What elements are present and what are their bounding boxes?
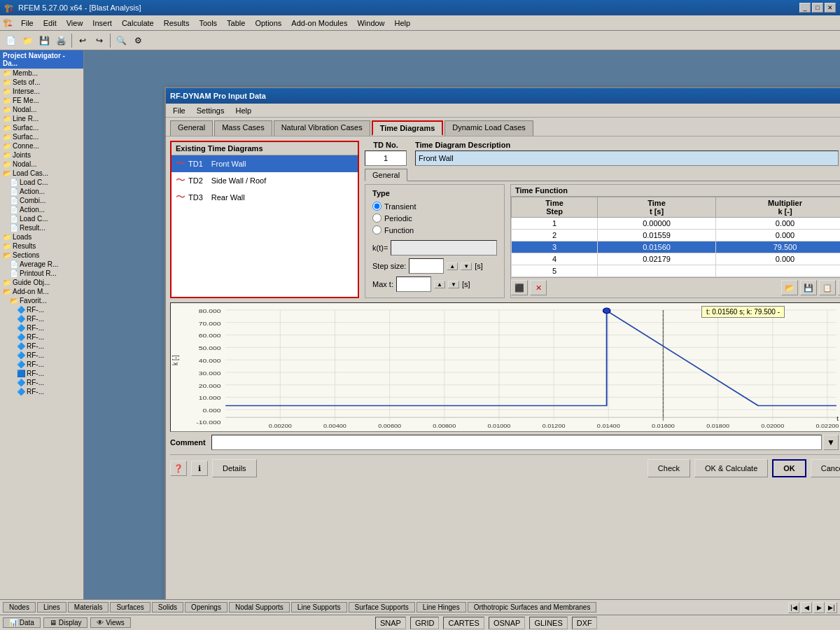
comment-input[interactable] xyxy=(211,435,822,450)
tab-dynamic-load-cases[interactable]: Dynamic Load Cases xyxy=(444,120,533,136)
nav-item-loadcases[interactable]: 📂Load Cas... xyxy=(0,169,83,178)
undo-button[interactable]: ↩ xyxy=(75,33,90,48)
menu-view[interactable]: View xyxy=(62,18,88,29)
cancel-button[interactable]: Cancel xyxy=(811,459,840,477)
type-function-radio[interactable] xyxy=(372,225,382,234)
nav-item-results[interactable]: 📁Results xyxy=(0,241,83,251)
status-snap[interactable]: SNAP xyxy=(375,617,406,629)
menu-calculate[interactable]: Calculate xyxy=(118,18,158,29)
bottom-tab-orthotropic[interactable]: Orthotropic Surfaces and Membranes xyxy=(468,602,597,612)
status-osnap[interactable]: OSNAP xyxy=(489,617,526,629)
bottom-nav-prev[interactable]: ◀ xyxy=(801,602,812,613)
redo-button[interactable]: ↪ xyxy=(92,33,107,48)
dialog-menu-file[interactable]: File xyxy=(169,106,190,115)
bottom-nav-next[interactable]: ▶ xyxy=(813,602,825,613)
nav-item-rf2[interactable]: 🔷RF-... xyxy=(0,314,83,323)
close-button[interactable]: ✕ xyxy=(825,3,836,13)
bottom-tab-nodal-supports[interactable]: Nodal Supports xyxy=(229,602,290,612)
type-transient-radio[interactable] xyxy=(372,202,382,211)
new-button[interactable]: 📄 xyxy=(3,33,18,48)
status-grid[interactable]: GRID xyxy=(410,617,440,629)
nav-item-rf8[interactable]: 🟦RF-... xyxy=(0,369,83,378)
bottom-tab-lines[interactable]: Lines xyxy=(37,602,66,612)
tf-import-button[interactable]: 📂 xyxy=(781,280,798,295)
nav-item-action2[interactable]: 📄Action... xyxy=(0,205,83,214)
general-sub-tab[interactable]: General xyxy=(365,169,407,181)
nav-item-liner[interactable]: 📁Line R... xyxy=(0,114,83,123)
nav-item-combi[interactable]: 📄Combi... xyxy=(0,196,83,205)
minimize-button[interactable]: _ xyxy=(799,3,811,13)
step-size-down[interactable]: ▼ xyxy=(461,262,472,270)
bottom-tab-surface-supports[interactable]: Surface Supports xyxy=(349,602,415,612)
menu-file[interactable]: File xyxy=(17,18,38,29)
dialog-menu-help[interactable]: Help xyxy=(231,106,255,115)
check-button[interactable]: Check xyxy=(648,459,690,477)
type-function-label[interactable]: Function xyxy=(372,225,497,234)
menu-options[interactable]: Options xyxy=(251,18,286,29)
step-size-up[interactable]: ▲ xyxy=(447,262,458,270)
nav-item-guide[interactable]: 📁Guide Obj... xyxy=(0,278,83,287)
max-t-up[interactable]: ▲ xyxy=(434,281,445,288)
nav-item-rf3[interactable]: 🔷RF-... xyxy=(0,323,83,332)
nav-item-feme[interactable]: 📁FE Me... xyxy=(0,96,83,105)
max-t-down[interactable]: ▼ xyxy=(448,281,459,288)
nav-item-sections[interactable]: 📂Sections xyxy=(0,251,83,260)
zoom-in-button[interactable]: 🔍 xyxy=(113,33,129,48)
nav-item-nodal[interactable]: 📁Nodal... xyxy=(0,105,83,114)
td-desc-input[interactable] xyxy=(415,150,839,166)
nav-item-printout[interactable]: 📄Printout R... xyxy=(0,269,83,278)
menu-window[interactable]: Window xyxy=(353,18,388,29)
tf-row-2[interactable]: 2 0.01559 0.000 xyxy=(512,230,841,241)
nav-item-surfac2[interactable]: 📁Surfac... xyxy=(0,132,83,141)
bottom-tab-nodes[interactable]: Nodes xyxy=(3,602,36,612)
nav-item-rf9[interactable]: 🔷RF-... xyxy=(0,378,83,387)
nav-tab-display[interactable]: 🖥 Display xyxy=(43,617,88,628)
tab-mass-cases[interactable]: Mass Cases xyxy=(214,120,272,136)
tab-natural-vibration[interactable]: Natural Vibration Cases xyxy=(274,120,370,136)
nav-item-nodal2[interactable]: 📁Nodal... xyxy=(0,160,83,169)
tf-export-button[interactable]: 💾 xyxy=(800,280,817,295)
menu-addon[interactable]: Add-on Modules xyxy=(287,18,351,29)
td-list-item-3[interactable]: 〜 TD3 Rear Wall xyxy=(172,189,358,206)
tf-row-4[interactable]: 4 0.02179 0.000 xyxy=(512,253,841,265)
nav-item-loadc[interactable]: 📄Load C... xyxy=(0,178,83,187)
nav-item-action1[interactable]: 📄Action... xyxy=(0,187,83,196)
title-controls[interactable]: _ □ ✕ xyxy=(799,3,836,13)
open-button[interactable]: 📁 xyxy=(20,33,35,48)
type-transient-label[interactable]: Transient xyxy=(372,202,497,211)
bottom-tab-surfaces[interactable]: Surfaces xyxy=(110,602,150,612)
print-button[interactable]: 🖨️ xyxy=(53,33,69,48)
tf-row-3[interactable]: 3 0.01560 79.500 xyxy=(512,241,841,253)
bottom-tab-openings[interactable]: Openings xyxy=(185,602,227,612)
footer-info-button[interactable]: ℹ xyxy=(191,461,208,476)
nav-item-surfac1[interactable]: 📁Surfac... xyxy=(0,123,83,132)
tab-time-diagrams[interactable]: Time Diagrams xyxy=(372,120,444,136)
nav-item-rf5[interactable]: 🔷RF-... xyxy=(0,342,83,351)
bottom-tab-line-supports[interactable]: Line Supports xyxy=(291,602,347,612)
tf-row-1[interactable]: 1 0.00000 0.000 xyxy=(512,218,841,230)
td-list-item-2[interactable]: 〜 TD2 Side Wall / Roof xyxy=(172,172,358,189)
tf-copy-button[interactable]: 📋 xyxy=(819,280,836,295)
footer-help-button[interactable]: ❓ xyxy=(170,461,187,476)
menu-table[interactable]: Table xyxy=(223,18,249,29)
nav-item-rf10[interactable]: 🔷RF-... xyxy=(0,387,83,396)
bottom-nav-first[interactable]: |◀ xyxy=(788,602,799,613)
menu-edit[interactable]: Edit xyxy=(39,18,61,29)
nav-item-rf4[interactable]: 🔷RF-... xyxy=(0,332,83,342)
nav-item-interse[interactable]: 📁Interse... xyxy=(0,87,83,96)
nav-item-rf1[interactable]: 🔷RF-... xyxy=(0,305,83,314)
nav-item-loads[interactable]: 📁Loads xyxy=(0,232,83,241)
type-periodic-radio[interactable] xyxy=(372,214,382,223)
tf-row-5[interactable]: 5 xyxy=(512,265,841,277)
td-no-input[interactable] xyxy=(365,150,407,166)
properties-button[interactable]: ⚙ xyxy=(130,33,146,48)
menu-insert[interactable]: Insert xyxy=(88,18,116,29)
status-glines[interactable]: GLINES xyxy=(529,617,567,629)
menu-help[interactable]: Help xyxy=(391,18,415,29)
bottom-nav-last[interactable]: ▶| xyxy=(826,602,837,613)
nav-item-result2[interactable]: 📄Result... xyxy=(0,223,83,232)
nav-item-rf6[interactable]: 🔷RF-... xyxy=(0,351,83,360)
maximize-button[interactable]: □ xyxy=(812,3,823,13)
details-button[interactable]: Details xyxy=(212,459,257,477)
ok-calculate-button[interactable]: OK & Calculate xyxy=(694,459,768,477)
